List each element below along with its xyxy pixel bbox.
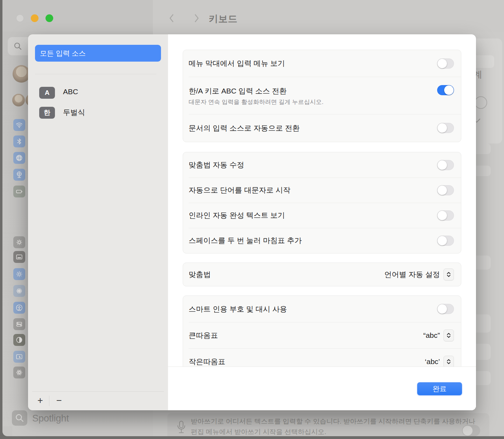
divider (35, 74, 156, 74)
single-quote-value: ‘abc’ (425, 357, 440, 366)
row-label: 스페이스를 두 번 눌러 마침표 추가 (189, 235, 437, 246)
chevron-down-icon (447, 275, 451, 277)
accessibility-icon (15, 304, 23, 312)
sidebar-item-vpn[interactable] (13, 169, 25, 181)
sheet-content: 메뉴 막대에서 입력 메뉴 보기 한/A 키로 ABC 입력 소스 전환 대문자… (168, 34, 476, 410)
settings-scroll-area[interactable]: 메뉴 막대에서 입력 메뉴 보기 한/A 키로 ABC 입력 소스 전환 대문자… (168, 34, 476, 367)
sidebar-item-wallpaper[interactable] (13, 285, 25, 297)
row-label: 맞춤법 (189, 269, 384, 280)
settings-row: 맞춤법 언어별 자동 설정 (183, 263, 461, 286)
spotlight-icon (15, 413, 24, 423)
family-avatar[interactable] (12, 94, 25, 106)
done-button[interactable]: 완료 (417, 382, 462, 395)
toggle-switch[interactable] (437, 304, 454, 314)
search-icon (13, 42, 22, 51)
input-source-badge-abc: A (39, 87, 55, 99)
spelling-stepper[interactable] (443, 269, 454, 280)
sidebar-item-bluetooth[interactable] (13, 135, 25, 147)
toggle-switch[interactable] (437, 185, 454, 195)
chevron-down-icon (447, 336, 451, 338)
sidebar-item-control-center[interactable] (13, 318, 25, 330)
spotlight-label: Spotlight (32, 413, 69, 424)
settings-row: 큰따옴표 “abc” (183, 322, 461, 348)
minimize-button[interactable] (31, 14, 38, 22)
microphone-icon (176, 420, 187, 437)
orbits-icon (15, 369, 23, 376)
dictation-description-line1: 받아쓰기로 어디서든 텍스트를 입력할 수 있습니다. 받아쓰기를 시작하려면 … (191, 416, 475, 427)
row-label: 스마트 인용 부호 및 대시 사용 (189, 304, 437, 314)
sidebar-item-desktop-dock[interactable] (13, 251, 25, 263)
sidebar-item-spotlight[interactable] (12, 410, 27, 426)
sidebar-item-dubeolsik[interactable]: 두벌식 (63, 107, 85, 117)
sheet-footer: 완료 (168, 367, 476, 410)
settings-row: 작은따옴표 ‘abc’ (183, 348, 461, 367)
double-quote-value: “abc” (423, 331, 440, 340)
selected-item-label: 모든 입력 소스 (40, 49, 86, 58)
sidebar-item-wifi[interactable] (13, 119, 25, 131)
sidebar-item-abc[interactable]: ABC (63, 88, 78, 96)
toggle-switch[interactable] (437, 160, 454, 170)
row-label: 한/A 키로 ABC 입력 소스 전환 (189, 86, 437, 96)
sun-icon (15, 270, 23, 278)
zoom-button[interactable] (46, 14, 53, 22)
toggle-switch[interactable] (437, 58, 454, 69)
chevron-up-icon (447, 359, 451, 361)
user-avatar[interactable] (13, 65, 30, 83)
remove-input-source-button[interactable]: − (52, 393, 66, 407)
close-button[interactable] (16, 14, 24, 22)
window-titlebar-sidebar-tint (2, 0, 153, 32)
sidebar-item-network[interactable] (13, 152, 25, 164)
toggle-switch[interactable] (437, 123, 454, 133)
gear-icon (15, 238, 23, 246)
dictation-description-line2: 편집 메뉴에서 받아쓰기 시작을 선택하십시오. (191, 427, 326, 437)
battery-icon (15, 188, 23, 195)
input-source-badge-hangul: 한 (39, 107, 55, 119)
toggle-switch[interactable] (437, 85, 454, 95)
single-quote-stepper[interactable] (443, 356, 454, 367)
settings-row: 자동으로 단어를 대문자로 시작 (183, 177, 461, 203)
spelling-value: 언어별 자동 설정 (384, 270, 440, 279)
forward-chevron-icon[interactable] (192, 13, 201, 23)
sidebar-item-accessibility[interactable] (13, 302, 25, 314)
sidebar-item-displays[interactable] (13, 268, 25, 280)
sheet-sidebar: 모든 입력 소스 A ABC 한 두벌식 + − (28, 34, 168, 410)
globe-icon (15, 154, 23, 162)
settings-row: 문서의 입력 소스로 자동으로 전환 (183, 114, 461, 142)
row-label: 작은따옴표 (189, 356, 425, 367)
sidebar-item-general[interactable] (13, 236, 25, 248)
sidebar-item-battery[interactable] (13, 186, 25, 197)
row-label: 문서의 입력 소스로 자동으로 전환 (189, 123, 437, 133)
window-corner (2, 426, 12, 436)
menubar-window-icon (15, 253, 23, 261)
divider (49, 396, 49, 406)
input-menu-group: 메뉴 막대에서 입력 메뉴 보기 한/A 키로 ABC 입력 소스 전환 대문자… (183, 50, 461, 142)
bluetooth-icon (15, 138, 23, 145)
autocorrect-group: 맞춤법 자동 수정 자동으로 단어를 대문자로 시작 인라인 자동 완성 텍스트… (183, 152, 461, 253)
desktop-edge (0, 0, 2, 439)
settings-row: 인라인 자동 완성 텍스트 보기 (183, 203, 461, 228)
sidebar-item-all-input-sources[interactable]: 모든 입력 소스 (35, 45, 161, 62)
sidebar-item-appearance[interactable] (13, 334, 25, 346)
sidebar-item-screensaver[interactable] (13, 351, 25, 363)
chevron-up-icon (447, 272, 451, 274)
add-input-source-button[interactable]: + (34, 393, 47, 407)
toggles-icon (15, 320, 23, 328)
input-sources-sheet: 모든 입력 소스 A ABC 한 두벌식 + − 메뉴 막대에서 입력 메뉴 보… (28, 34, 476, 410)
chevron-up-icon (447, 333, 451, 335)
smart-quotes-group: 스마트 인용 부호 및 대시 사용 큰따옴표 “abc” 작은따옴표 ‘abc’ (183, 295, 461, 367)
settings-row: 맞춤법 자동 수정 (183, 152, 461, 177)
settings-row: 스마트 인용 부호 및 대시 사용 (183, 296, 461, 322)
flower-icon (15, 287, 23, 295)
toggle-switch[interactable] (437, 236, 454, 246)
toggle-switch[interactable] (437, 210, 454, 221)
page-title: 키보드 (209, 13, 238, 25)
double-quote-stepper[interactable] (443, 329, 454, 341)
back-chevron-icon[interactable] (167, 13, 176, 23)
row-label: 큰따옴표 (189, 330, 423, 341)
wifi-icon (15, 121, 23, 129)
contrast-icon (15, 336, 23, 344)
desktop-edge (0, 436, 504, 439)
settings-row: 스페이스를 두 번 눌러 마침표 추가 (183, 228, 461, 253)
sidebar-item-siri[interactable] (13, 367, 25, 378)
dictation-toggle[interactable] (462, 425, 480, 436)
